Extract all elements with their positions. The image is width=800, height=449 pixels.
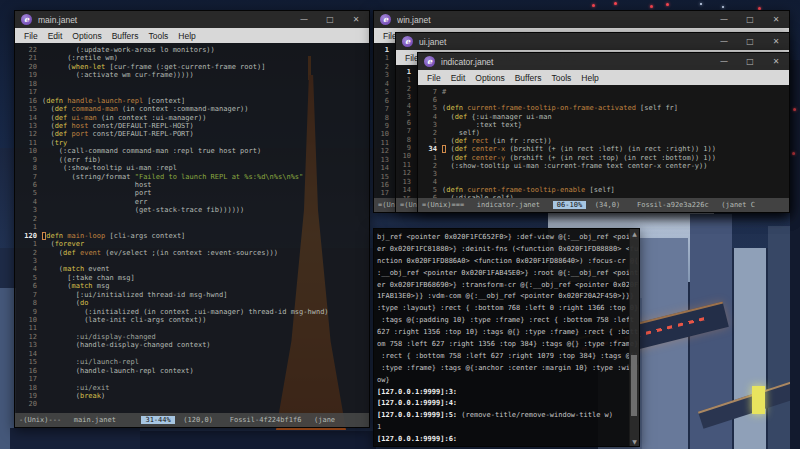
code-token: :type :frame} :tags @{:anchor :center :m…	[377, 364, 638, 372]
window-title: main.janet	[38, 15, 291, 25]
menu-help[interactable]: Help	[173, 31, 200, 41]
line-text: :rect { :bottom 758 :left 627 :right 107…	[377, 352, 638, 360]
line-number: 9	[376, 122, 394, 130]
code-line: 18	[17, 80, 369, 88]
code-line: 12 (def port const/DEFAULT-REPL-PORT)	[17, 130, 369, 138]
code-token: (in context :command-manager))	[118, 105, 249, 113]
line-number: 4	[420, 178, 442, 186]
code-buffer[interactable]: 22 (:update-work-areas lo monitors))21 (…	[15, 43, 369, 413]
code-line: 4 (def {:ui-manager ui-man	[420, 113, 789, 121]
minimize-button[interactable]: —	[711, 33, 737, 50]
line-number: 10	[17, 316, 42, 324]
menu-edit[interactable]: Edit	[43, 31, 68, 41]
scroll-down-arrow-icon[interactable]: ▼	[630, 437, 639, 446]
menu-buffers[interactable]: Buffers	[107, 31, 144, 41]
code-token: current-frame-tooltip-enable	[467, 186, 585, 194]
scrollbar-thumb[interactable]	[631, 355, 637, 416]
line-number: 1	[376, 54, 394, 62]
line-text: (:update-work-areas lo monitors))	[42, 46, 215, 54]
line-text: (handle-display-changed context)	[42, 341, 211, 349]
code-token: :type :layout} :rect { :bottom 768 :left…	[377, 304, 638, 312]
code-line: 22 (:update-work-areas lo monitors))	[17, 46, 369, 54]
code-token: (	[42, 122, 55, 130]
window-indicator-janet[interactable]: e indicator.janet — □ ✕ FileEditOptionsB…	[417, 52, 790, 213]
maximize-button[interactable]: □	[737, 53, 763, 70]
close-button[interactable]: ✕	[343, 11, 369, 28]
menu-options[interactable]: Options	[67, 31, 106, 41]
code-token: def	[455, 154, 468, 162]
menu-buffers[interactable]: Buffers	[510, 73, 547, 83]
antenna-light	[792, 152, 795, 155]
close-button[interactable]: ✕	[763, 53, 789, 70]
code-line: 15 (def command-man (in context :command…	[17, 105, 369, 113]
code-token: host	[42, 181, 152, 189]
line-text: om 758 :left 627 :right 1356 :top 384} :…	[377, 340, 638, 348]
line-text: [127.0.0.1:9999]:5: (remove-title/remove…	[377, 411, 613, 419]
titlebar[interactable]: e win.janet — □ ✕	[374, 11, 789, 28]
line-number: 8	[376, 114, 394, 122]
code-token: def	[55, 105, 68, 113]
maximize-button[interactable]: □	[317, 11, 343, 28]
titlebar[interactable]: e indicator.janet — □ ✕	[418, 53, 789, 70]
menu-options[interactable]: Options	[470, 73, 509, 83]
repl-buffer[interactable]: bj_ref <pointer 0x020F1FC652F0>} :def-vi…	[374, 229, 639, 446]
code-token: [context]	[143, 97, 185, 105]
menu-help[interactable]: Help	[576, 73, 603, 83]
line-number: 7	[398, 127, 416, 135]
code-token: defn	[446, 104, 463, 112]
code-token: def	[455, 137, 468, 145]
line-text: [127.0.0.1:9999]:3:	[377, 388, 457, 396]
titlebar[interactable]: e ui.janet — □ ✕	[396, 33, 789, 50]
titlebar[interactable]: e main.janet — □ ✕	[15, 11, 369, 28]
code-token: ui-man	[72, 114, 97, 122]
code-line: 5 port	[17, 189, 369, 197]
line-number: 8	[17, 164, 42, 172]
line-number: 5	[420, 186, 442, 194]
code-token: defn	[446, 186, 463, 194]
window-repl-output[interactable]: bj_ref <pointer 0x020F1FC652F0>} :def-vi…	[373, 228, 640, 447]
line-number: 6	[376, 97, 394, 105]
code-token: 1	[377, 423, 381, 431]
app-icon: e	[424, 56, 435, 67]
line-number: 9	[17, 156, 42, 164]
close-button[interactable]: ✕	[763, 11, 789, 28]
menu-bar: FileEditOptionsBuffersToolsHelp	[15, 28, 369, 43]
code-token: port	[72, 130, 89, 138]
code-token: er 0x020F1FB68690>} :transform-cr @{:__o…	[377, 281, 638, 289]
menu-bar: FileEditOptionsBuffersToolsHelp	[418, 70, 789, 85]
menu-edit[interactable]: Edit	[446, 73, 471, 83]
line-text: (def ui-man (in context :ui-manager))	[42, 114, 206, 122]
line-text: (when-let [cur-frame (:get-current-frame…	[42, 63, 265, 71]
line-text: (forever	[42, 240, 84, 248]
maximize-button[interactable]: □	[737, 11, 763, 28]
code-line: 8 (:show-tooltip ui-man :repl	[17, 164, 369, 172]
line-number: 13	[376, 156, 394, 164]
scrollbar[interactable]: ▲ ▼	[629, 229, 639, 446]
close-button[interactable]: ✕	[763, 33, 789, 50]
menu-tools[interactable]: Tools	[143, 31, 173, 41]
line-number: 14	[376, 164, 394, 172]
antenna-light	[614, 2, 617, 5]
code-line: 16 (handle-launch-repl context)	[17, 367, 369, 375]
code-token: (late-init cli-args context))	[42, 316, 206, 324]
maximize-button[interactable]: □	[737, 33, 763, 50]
menu-file[interactable]: File	[422, 73, 446, 83]
menu-tools[interactable]: Tools	[546, 73, 576, 83]
menu-file[interactable]: File	[19, 31, 43, 41]
code-line: 7 (string/format "Failed to launch REPL …	[17, 173, 369, 181]
code-token: (:retile wm)	[42, 54, 118, 62]
code-line: 16(defn handle-launch-repl [context]	[17, 97, 369, 105]
scroll-up-arrow-icon[interactable]: ▲	[630, 229, 639, 238]
line-text: (def host const/DEFAULT-REPL-HOST)	[42, 122, 194, 130]
minimize-button[interactable]: —	[291, 11, 317, 28]
minimize-button[interactable]: —	[711, 11, 737, 28]
code-token: (	[42, 282, 72, 290]
code-token: def	[455, 113, 468, 121]
code-token: om 758 :left 627 :right 1356 :top 384} :…	[377, 340, 638, 348]
code-line: 3 (get-stack-trace fib))))))	[17, 206, 369, 214]
line-text: [127.0.0.1:9999]:4:	[377, 399, 457, 407]
code-buffer[interactable]: 7#65(defn current-frame-tooltip-on-frame…	[418, 85, 789, 198]
window-main-janet[interactable]: e main.janet — □ ✕ FileEditOptionsBuffer…	[14, 10, 370, 428]
minimize-button[interactable]: —	[711, 53, 737, 70]
line-text: (try	[42, 139, 67, 147]
